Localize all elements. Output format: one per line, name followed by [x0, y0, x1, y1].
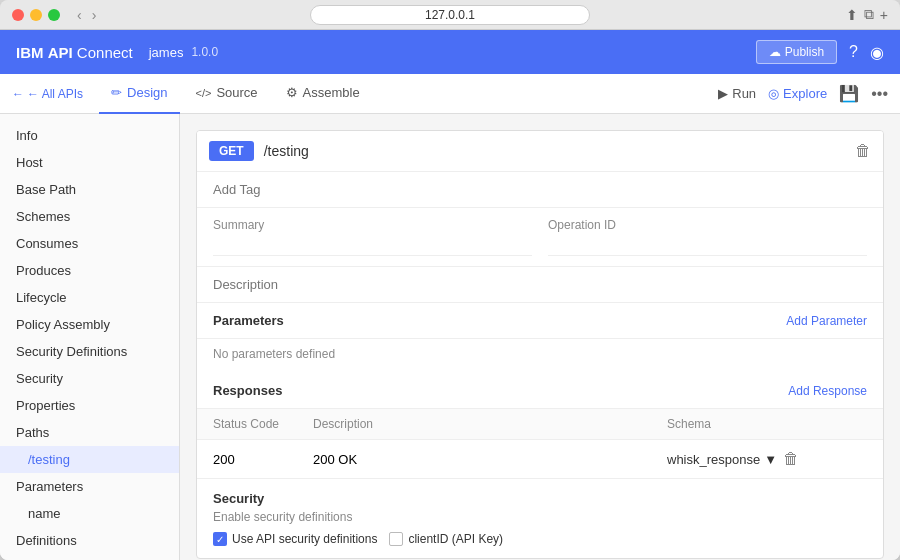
share-button[interactable]: ⬆ — [846, 6, 858, 23]
sidebar-item-base-path[interactable]: Base Path — [0, 176, 179, 203]
table-row: 200 200 OK whisk_response ▼ 🗑 — [197, 440, 883, 479]
app-logo: IBM API Connect — [16, 44, 133, 61]
maximize-button[interactable] — [48, 9, 60, 21]
use-api-security-label: Use API security definitions — [232, 532, 377, 546]
help-icon: ? — [849, 43, 858, 60]
sidebar-item-info[interactable]: Info — [0, 122, 179, 149]
path-block: GET /testing 🗑 Summary — [196, 130, 884, 559]
sidebar-item-name-label: name — [28, 506, 61, 521]
trash-icon: 🗑 — [783, 450, 799, 467]
sub-nav: ← ← All APIs ✏ Design </> Source ⚙ Assem… — [0, 74, 900, 114]
add-parameter-link[interactable]: Add Parameter — [786, 314, 867, 328]
sidebar-item-info-label: Info — [16, 128, 38, 143]
sidebar-item-paths-label: Paths — [16, 425, 49, 440]
delete-path-button[interactable]: 🗑 — [855, 142, 871, 160]
operation-id-input[interactable] — [548, 236, 867, 256]
cloud-icon: ☁ — [769, 45, 781, 59]
explore-label: Explore — [783, 86, 827, 101]
url-bar[interactable]: 127.0.0.1 — [310, 5, 590, 25]
description-input[interactable] — [213, 277, 867, 292]
col-status-header: Status Code — [213, 417, 313, 431]
tab-design[interactable]: ✏ Design — [99, 74, 179, 114]
sidebar-item-produces[interactable]: Produces — [0, 257, 179, 284]
design-pencil-icon: ✏ — [111, 85, 122, 100]
logo-api: API — [48, 44, 73, 61]
sidebar-item-security[interactable]: Security — [0, 365, 179, 392]
sidebar-item-policy-assembly[interactable]: Policy Assembly — [0, 311, 179, 338]
main-content: Info Host Base Path Schemes Consumes Pro… — [0, 114, 900, 560]
tab-source[interactable]: </> Source — [184, 74, 270, 114]
tab-assemble-label: Assemble — [303, 85, 360, 100]
responses-section-header: Responses Add Response — [197, 373, 883, 409]
run-button[interactable]: ▶ Run — [718, 86, 756, 101]
content-area: GET /testing 🗑 Summary — [180, 114, 900, 560]
security-section: Security Enable security definitions ✓ U… — [197, 479, 883, 558]
col-desc-header: Description — [313, 417, 667, 431]
sidebar-item-security-label: Security — [16, 371, 63, 386]
close-button[interactable] — [12, 9, 24, 21]
sidebar-item-paths[interactable]: Paths — [0, 419, 179, 446]
user-menu-button[interactable]: ◉ — [870, 43, 884, 62]
sidebar-item-consumes[interactable]: Consumes — [0, 230, 179, 257]
schema-select[interactable]: whisk_response ▼ — [667, 452, 777, 467]
tab-source-label: Source — [216, 85, 257, 100]
sidebar-item-lifecycle[interactable]: Lifecycle — [0, 284, 179, 311]
add-tag-section — [197, 172, 883, 208]
minimize-button[interactable] — [30, 9, 42, 21]
tab-assemble[interactable]: ⚙ Assemble — [274, 74, 372, 114]
delete-response-button[interactable]: 🗑 — [783, 450, 799, 468]
sidebar-item-produces-label: Produces — [16, 263, 71, 278]
sidebar-item-host[interactable]: Host — [0, 149, 179, 176]
unchecked-icon — [389, 532, 403, 546]
client-id-checkbox[interactable]: clientID (API Key) — [389, 532, 503, 546]
add-tag-input[interactable] — [213, 182, 867, 197]
more-options-button[interactable]: ••• — [871, 85, 888, 103]
sidebar-item-testing-label: /testing — [28, 452, 70, 467]
path-url: /testing — [264, 143, 855, 159]
help-button[interactable]: ? — [849, 43, 858, 61]
url-text: 127.0.0.1 — [425, 8, 475, 22]
run-play-icon: ▶ — [718, 86, 728, 101]
sub-nav-right: ▶ Run ◎ Explore 💾 ••• — [718, 84, 888, 103]
method-badge: GET — [209, 141, 254, 161]
user-icon: ◉ — [870, 44, 884, 61]
publish-label: Publish — [785, 45, 824, 59]
publish-button[interactable]: ☁ Publish — [756, 40, 837, 64]
sidebar-item-security-definitions-label: Security Definitions — [16, 344, 127, 359]
summary-label: Summary — [213, 218, 532, 232]
schema-cell: whisk_response ▼ 🗑 — [667, 450, 867, 468]
sidebar-item-properties[interactable]: Properties — [0, 392, 179, 419]
chevron-down-icon: ▼ — [764, 452, 777, 467]
security-subtitle: Enable security definitions — [213, 510, 867, 524]
logo-ibm: IBM — [16, 44, 44, 61]
use-api-security-checkbox[interactable]: ✓ Use API security definitions — [213, 532, 377, 546]
summary-input[interactable] — [213, 236, 532, 256]
response-table: Status Code Description Schema 200 200 O… — [197, 409, 883, 479]
tab-design-label: Design — [127, 85, 167, 100]
sidebar-item-definitions[interactable]: Definitions — [0, 527, 179, 554]
sidebar-item-parameters-label: Parameters — [16, 479, 83, 494]
sidebar-item-name[interactable]: name — [0, 500, 179, 527]
add-response-link[interactable]: Add Response — [788, 384, 867, 398]
ellipsis-icon: ••• — [871, 85, 888, 102]
save-button[interactable]: 💾 — [839, 84, 859, 103]
new-tab-button[interactable]: + — [880, 6, 888, 23]
back-nav-button[interactable]: ‹ — [74, 7, 85, 23]
sidebar-item-whisk-response[interactable]: whisk_response — [0, 554, 179, 560]
all-apis-link[interactable]: ← ← All APIs — [12, 87, 83, 101]
forward-nav-button[interactable]: › — [89, 7, 100, 23]
status-code-cell: 200 — [213, 452, 313, 467]
sidebar-item-security-definitions[interactable]: Security Definitions — [0, 338, 179, 365]
sidebar-item-schemes[interactable]: Schemes — [0, 203, 179, 230]
explore-button[interactable]: ◎ Explore — [768, 86, 827, 101]
sidebar-item-testing[interactable]: /testing — [0, 446, 179, 473]
tabs-button[interactable]: ⧉ — [864, 6, 874, 23]
app-header: IBM API Connect james 1.0.0 ☁ Publish ? … — [0, 30, 900, 74]
all-apis-label: ← All APIs — [27, 87, 83, 101]
sidebar-item-parameters[interactable]: Parameters — [0, 473, 179, 500]
path-header: GET /testing 🗑 — [197, 131, 883, 172]
checked-icon: ✓ — [213, 532, 227, 546]
sidebar-item-host-label: Host — [16, 155, 43, 170]
client-id-label: clientID (API Key) — [408, 532, 503, 546]
col-schema-header: Schema — [667, 417, 867, 431]
